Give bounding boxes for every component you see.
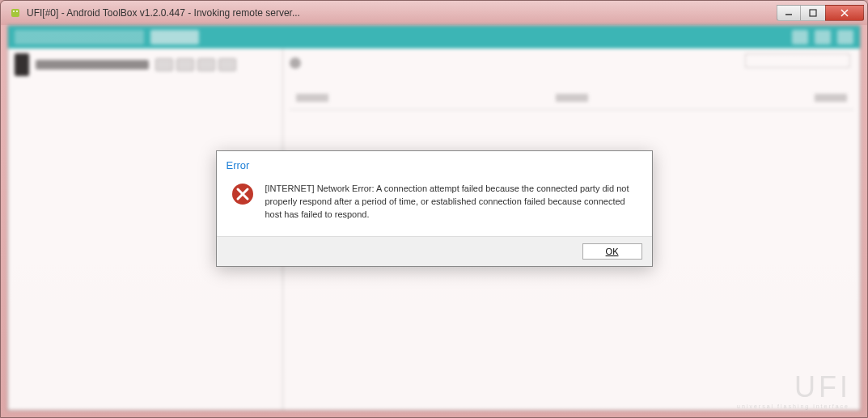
device-control[interactable]: [155, 58, 173, 71]
ok-button[interactable]: OK: [582, 243, 642, 260]
dialog-title: Error: [217, 151, 652, 178]
window-controls: [777, 5, 864, 21]
titlebar[interactable]: UFI[#0] - Android ToolBox v1.2.0.447 - I…: [1, 1, 867, 25]
device-control[interactable]: [218, 58, 236, 71]
device-thumb-icon: [15, 53, 29, 76]
device-control[interactable]: [197, 58, 215, 71]
toolbar-item[interactable]: [15, 30, 144, 44]
toolbar-square-button[interactable]: [792, 30, 808, 44]
device-label: [36, 60, 149, 70]
content-header: [290, 94, 853, 110]
svg-rect-4: [810, 10, 816, 16]
window-title: UFI[#0] - Android ToolBox v1.2.0.447 - I…: [27, 7, 777, 19]
svg-point-1: [13, 11, 15, 12]
svg-rect-0: [11, 9, 19, 17]
toolbar-square-button[interactable]: [837, 30, 853, 44]
device-row[interactable]: [8, 49, 282, 81]
dialog-message: [INTERNET] Network Error: A connection a…: [265, 183, 639, 222]
error-dialog: Error [INTERNET] Network Error: A connec…: [216, 150, 653, 267]
search-icon[interactable]: [290, 57, 301, 69]
device-control[interactable]: [176, 58, 194, 71]
app-icon: [9, 6, 22, 19]
toolbar: [8, 26, 860, 49]
error-icon: [231, 183, 254, 205]
toolbar-square-button[interactable]: [815, 30, 831, 44]
toolbar-button[interactable]: [150, 30, 199, 44]
svg-point-2: [16, 11, 18, 12]
minimize-button[interactable]: [777, 5, 801, 21]
close-button[interactable]: [825, 5, 864, 21]
filter-input[interactable]: [745, 53, 850, 68]
ok-label: OK: [606, 247, 619, 256]
maximize-button[interactable]: [801, 5, 825, 21]
app-window: UFI[#0] - Android ToolBox v1.2.0.447 - I…: [0, 0, 868, 418]
